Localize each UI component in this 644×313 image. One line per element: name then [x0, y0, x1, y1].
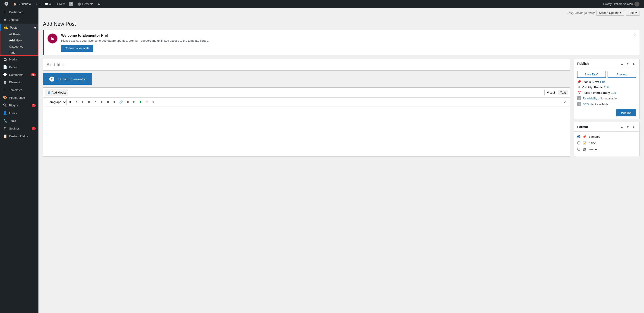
blockquote-button[interactable]: ❝ [92, 99, 98, 105]
diamondicon-button[interactable]: ◆ [96, 0, 102, 8]
publish-time-edit-link[interactable]: Edit [611, 91, 616, 94]
sidebar-item-settings[interactable]: ⚙ Settings 1 [0, 125, 38, 132]
post-title-input[interactable] [43, 59, 570, 71]
posts-submenu: All Posts Add New Categories Tags [0, 31, 38, 56]
format-option-image[interactable]: 🖼 Image [577, 147, 636, 152]
wp-logo-button[interactable]: 🅦 [3, 0, 10, 8]
publish-button[interactable]: Publish [616, 109, 636, 116]
site-name-label: GPlusData [18, 3, 31, 6]
format-panel-collapse-up[interactable]: ▲ [619, 125, 624, 129]
format-panel-close[interactable]: ▲ [631, 125, 636, 129]
add-button[interactable]: + [138, 99, 144, 105]
editor-wrap: E Edit with Elementor ⊕ Add Media [43, 59, 640, 159]
readability-row: Y Readability:: Not available [577, 96, 636, 100]
sidebar-item-dashboard[interactable]: ⊞ Dashboard [0, 8, 38, 16]
preview-button[interactable]: Preview [608, 71, 636, 78]
settings-badge: 1 [32, 127, 36, 130]
publish-panel-close[interactable]: ▲ [631, 61, 636, 66]
more-options-button[interactable]: ▾ [150, 99, 156, 105]
sidebar-item-jetpack[interactable]: ★ Jetpack [0, 16, 38, 24]
format-radio-standard[interactable] [577, 135, 580, 138]
elementor-button[interactable]: Elements [76, 0, 95, 8]
format-radio-image[interactable] [577, 148, 580, 151]
connect-activate-button[interactable]: Connect & Activate [61, 45, 93, 52]
help-button[interactable]: Help ▾ [626, 10, 640, 16]
comments-icon: 💬 [45, 3, 48, 6]
more-button[interactable]: ≡ [125, 99, 131, 105]
preview-label: Preview [616, 73, 627, 76]
sidebar-item-all-posts[interactable]: All Posts [0, 31, 38, 37]
all-posts-label: All Posts [9, 33, 20, 36]
publish-panel-collapse-up[interactable]: ▲ [619, 61, 624, 66]
yoast-icon-button[interactable]: Y [67, 0, 75, 8]
readability-link[interactable]: Readability: [583, 97, 598, 100]
user-greeting[interactable]: Howdy, Jitendra Vaswani [602, 0, 641, 8]
save-draft-button[interactable]: Save Draft [577, 71, 606, 78]
tab-text[interactable]: Text [558, 90, 568, 95]
sidebar-item-appearance[interactable]: 🎨 Appearance [0, 94, 38, 102]
comments-button[interactable]: 💬 45 [43, 0, 54, 8]
status-edit-link[interactable]: Edit [600, 80, 605, 84]
jetpack-label: Jetpack [9, 18, 19, 22]
editor-tabs: Visual Text [544, 90, 568, 95]
revisions-button[interactable]: ↻ 3 [34, 0, 42, 8]
add-media-label: Add Media [52, 91, 66, 94]
sidebar-item-posts[interactable]: ✍ Posts ◀ [0, 24, 38, 31]
sidebar-item-categories[interactable]: Categories [0, 44, 38, 50]
tab-visual-label: Visual [547, 91, 555, 94]
pages-icon: 📄 [3, 65, 7, 69]
site-name-button[interactable]: 🏠 GPlusData [11, 0, 32, 8]
sidebar-item-plugins[interactable]: 🔌 Plugins 3 [0, 102, 38, 109]
table-button[interactable]: ⊞ [131, 99, 137, 105]
sidebar-item-users[interactable]: 👤 Users [0, 109, 38, 117]
edit-with-elementor-button[interactable]: E Edit with Elementor [43, 73, 92, 85]
sidebar-item-add-new[interactable]: Add New [0, 37, 38, 44]
screen-options-button[interactable]: Screen Options ▾ [596, 10, 624, 16]
format-image-icon: 🖼 [582, 147, 587, 152]
format-option-standard[interactable]: 📌 Standard [577, 134, 636, 139]
align-right-button[interactable]: ≡ [111, 99, 117, 105]
notice-close-button[interactable]: ✕ [633, 33, 637, 37]
fullscreen-button[interactable]: ⤢ [562, 99, 568, 105]
add-media-button[interactable]: ⊕ Add Media [45, 89, 68, 96]
align-left-button[interactable]: ≡ [99, 99, 104, 105]
bold-button[interactable]: B [67, 99, 73, 105]
visibility-label: Visibility: Public Edit [582, 86, 609, 89]
sidebar-item-templates[interactable]: ⊟ Templates [0, 86, 38, 94]
edit-elementor-label: Edit with Elementor [56, 77, 86, 81]
elementor-label: Elements [82, 3, 93, 6]
comments-label: Comments [9, 73, 23, 77]
ordered-list-button[interactable]: ≡ [86, 99, 92, 105]
align-center-button[interactable]: ≡ [105, 99, 111, 105]
sidebar-item-media[interactable]: 🖼 Media [0, 56, 38, 63]
new-content-button[interactable]: + New [55, 0, 66, 8]
format-radio-aside[interactable] [577, 141, 580, 145]
sidebar-item-tags[interactable]: Tags [0, 50, 38, 56]
format-aside-label: Aside [588, 141, 596, 145]
tab-visual[interactable]: Visual [544, 90, 557, 95]
link-button[interactable]: 🔗 [118, 99, 124, 105]
settings-label: Settings [9, 127, 20, 130]
format-button[interactable]: ⊡ [144, 99, 150, 105]
sidebar-item-pages[interactable]: 📄 Pages [0, 63, 38, 71]
italic-button[interactable]: I [73, 99, 79, 105]
revisions-icon: ↻ [35, 3, 38, 6]
seo-link[interactable]: SEO: [583, 103, 590, 106]
sidebar-item-elementor[interactable]: E Elementor [0, 79, 38, 86]
format-option-aside[interactable]: 📝 Aside [577, 141, 636, 145]
sidebar-item-tools[interactable]: 🔧 Tools [0, 117, 38, 125]
publish-panel-collapse-down[interactable]: ▼ [625, 61, 630, 66]
elementor-notice-logo: E [48, 34, 58, 44]
sidebar-item-comments[interactable]: 💬 Comments 45 [0, 71, 38, 79]
format-panel-collapse-down[interactable]: ▼ [625, 125, 630, 129]
unordered-list-button[interactable]: ≡ [80, 99, 86, 105]
visibility-row: 👁 Visibility: Public Edit [577, 85, 636, 89]
format-standard-label: Standard [588, 135, 600, 138]
categories-label: Categories [9, 45, 23, 48]
format-select[interactable]: Paragraph [45, 99, 66, 105]
editor-body[interactable] [43, 106, 570, 156]
visibility-edit-link[interactable]: Edit [604, 86, 609, 89]
sidebar-item-custom-fields[interactable]: 📋 Custom Fields [0, 132, 38, 140]
sidebar: ⊞ Dashboard ★ Jetpack ✍ Posts ◀ All Post… [0, 8, 38, 313]
screen-options-label: Screen Options [599, 11, 619, 15]
